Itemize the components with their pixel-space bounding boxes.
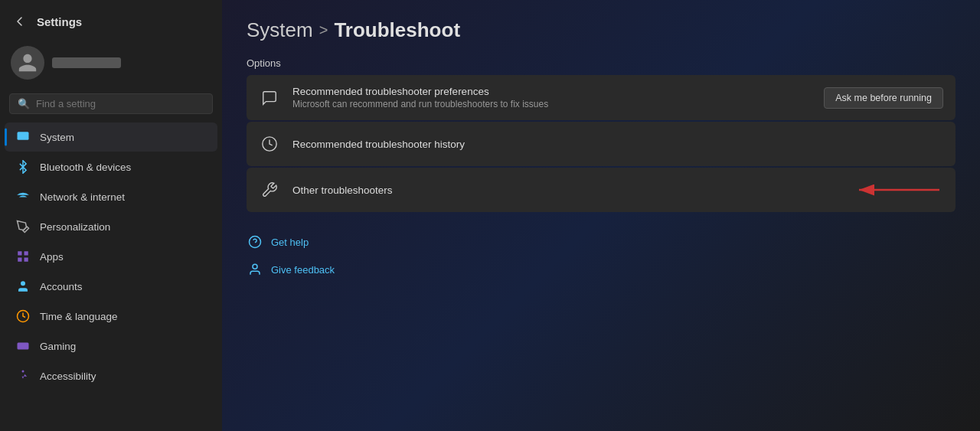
main-content: System > Troubleshoot Options Recommende… xyxy=(222,0,980,431)
svg-rect-2 xyxy=(24,251,28,255)
sidebar-label-network: Network & internet xyxy=(40,191,125,203)
options-list: Recommended troubleshooter preferencesMi… xyxy=(247,75,956,212)
section-label: Options xyxy=(247,57,956,69)
get-help-icon xyxy=(247,233,263,250)
recommended-prefs-title: Recommended troubleshooter preferences xyxy=(292,86,812,97)
svg-point-8 xyxy=(22,371,24,373)
other-troubleshooters-title: Other troubleshooters xyxy=(292,184,833,196)
other-troubleshooters-text: Other troubleshooters xyxy=(292,184,833,196)
sidebar-label-bluetooth: Bluetooth & devices xyxy=(40,162,131,173)
breadcrumb-parent: System xyxy=(247,18,313,42)
breadcrumb-separator: > xyxy=(319,21,328,39)
help-link-get-help[interactable]: Get help xyxy=(247,230,956,253)
avatar xyxy=(11,46,44,80)
svg-rect-0 xyxy=(18,132,29,140)
personalization-icon xyxy=(15,219,31,234)
svg-point-12 xyxy=(253,264,257,269)
recommended-prefs-action-button[interactable]: Ask me before running xyxy=(824,87,943,109)
accessibility-icon xyxy=(15,368,31,384)
user-profile xyxy=(0,38,222,90)
search-box[interactable]: 🔍 xyxy=(9,93,213,114)
sidebar-header: Settings xyxy=(0,0,222,38)
help-link-give-feedback[interactable]: Give feedback xyxy=(247,258,956,281)
get-help-label: Get help xyxy=(271,237,309,248)
breadcrumb-current: Troubleshoot xyxy=(334,18,460,42)
sidebar-item-system[interactable]: System xyxy=(5,122,217,152)
sidebar-label-accessibility: Accessibility xyxy=(40,371,96,382)
sidebar-label-system: System xyxy=(40,132,74,143)
search-input[interactable] xyxy=(36,98,204,109)
svg-rect-1 xyxy=(18,251,21,255)
svg-rect-3 xyxy=(24,258,28,262)
sidebar-item-apps[interactable]: Apps xyxy=(5,242,217,271)
sidebar-item-time[interactable]: Time & language xyxy=(5,302,217,331)
recommended-history-title: Recommended troubleshooter history xyxy=(292,139,943,150)
svg-point-5 xyxy=(21,281,25,286)
option-item-recommended-prefs[interactable]: Recommended troubleshooter preferencesMi… xyxy=(247,75,956,120)
svg-rect-7 xyxy=(18,343,29,350)
option-item-recommended-history[interactable]: Recommended troubleshooter history xyxy=(247,122,956,166)
recommended-prefs-icon xyxy=(259,87,280,109)
time-icon xyxy=(15,309,31,324)
option-item-other-troubleshooters[interactable]: Other troubleshooters xyxy=(247,168,956,212)
network-icon xyxy=(15,189,31,204)
recommended-history-text: Recommended troubleshooter history xyxy=(292,139,943,150)
sidebar-item-bluetooth[interactable]: Bluetooth & devices xyxy=(5,152,217,181)
sidebar-label-time: Time & language xyxy=(40,311,118,322)
sidebar-label-apps: Apps xyxy=(40,251,64,263)
sidebar-label-gaming: Gaming xyxy=(40,341,76,352)
give-feedback-icon xyxy=(247,261,263,278)
system-icon xyxy=(15,129,31,145)
bluetooth-icon xyxy=(15,159,31,175)
app-title: Settings xyxy=(37,15,82,28)
back-button[interactable] xyxy=(11,12,29,31)
arrow-annotation xyxy=(851,178,943,201)
apps-icon xyxy=(15,249,31,264)
accounts-icon xyxy=(15,279,31,294)
sidebar: Settings 🔍 SystemBluetooth & devicesNetw… xyxy=(0,0,222,431)
username-bar xyxy=(52,57,121,68)
recommended-history-icon xyxy=(259,133,280,155)
other-troubleshooters-icon xyxy=(259,179,280,201)
search-icon: 🔍 xyxy=(18,98,30,109)
help-links: Get helpGive feedback xyxy=(247,230,956,281)
sidebar-item-network[interactable]: Network & internet xyxy=(5,182,217,211)
gaming-icon xyxy=(15,338,31,354)
sidebar-label-accounts: Accounts xyxy=(40,281,83,292)
give-feedback-label: Give feedback xyxy=(271,264,335,276)
sidebar-item-gaming[interactable]: Gaming xyxy=(5,331,217,361)
recommended-prefs-text: Recommended troubleshooter preferencesMi… xyxy=(292,86,812,109)
nav-list: SystemBluetooth & devicesNetwork & inter… xyxy=(0,122,222,391)
breadcrumb: System > Troubleshoot xyxy=(247,18,956,42)
sidebar-item-accessibility[interactable]: Accessibility xyxy=(5,361,217,390)
sidebar-item-accounts[interactable]: Accounts xyxy=(5,272,217,301)
recommended-prefs-desc: Microsoft can recommend and run troubles… xyxy=(292,99,812,109)
sidebar-item-personalization[interactable]: Personalization xyxy=(5,212,217,241)
sidebar-label-personalization: Personalization xyxy=(40,221,110,233)
svg-rect-4 xyxy=(18,258,21,262)
